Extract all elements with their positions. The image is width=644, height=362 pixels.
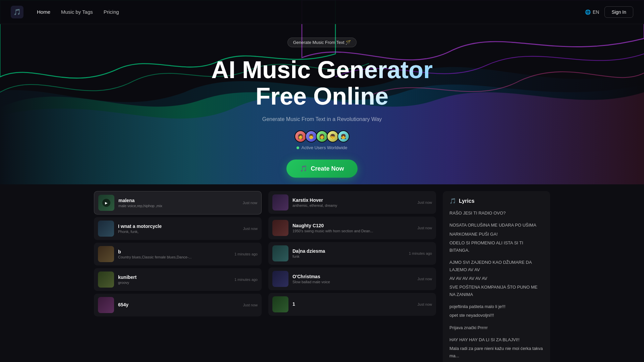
lyrics-stanza: NOSATA ORLUŠINA ME UDARA PO UŠIMANARKOMA… xyxy=(449,222,543,254)
lyrics-stanza: AJMO SVI ZAJEDNO KAO DŽUMARE DA LAJEMO A… xyxy=(449,259,543,298)
song-item[interactable]: kunibert groovy 1 minutes ago xyxy=(94,268,262,291)
song-tags: Slow ballad male voice xyxy=(292,280,414,284)
play-icon: ▶ xyxy=(102,199,110,207)
lyrics-stanza: HAY HAY HAY DA LI SI ZA BLAJVI!!Mala rad… xyxy=(449,336,543,360)
song-thumbnail xyxy=(98,221,114,237)
song-thumbnail xyxy=(272,271,288,287)
avatar: 👩 xyxy=(316,130,328,142)
avatar: 👦 xyxy=(327,130,339,142)
logo[interactable]: 🎵 xyxy=(11,6,23,18)
song-title: O'Christmas xyxy=(292,274,414,279)
globe-icon: 🌐 xyxy=(585,9,591,15)
song-time: 1 minutes ago xyxy=(409,251,432,255)
song-info: Naughty C120 1950's swing music with hor… xyxy=(292,223,414,233)
song-info: 654y xyxy=(118,302,239,308)
song-column-left: ▶ malena male voice,rep,hiphop ,mix Just… xyxy=(94,191,262,362)
lyrics-line: Prijava znački Prrrrr xyxy=(449,324,543,331)
song-tags: funk xyxy=(292,254,405,258)
lyrics-line: NARKOMANE PUŠI GA! xyxy=(449,231,543,238)
song-item[interactable]: Karstix Hover anthemic, ethereal, dreamy… xyxy=(268,191,436,214)
nav-links: Home Music by Tags Pricing xyxy=(37,9,585,15)
lyrics-line: opet ste neyadovoljni!!! xyxy=(449,312,543,319)
lyrics-text: RAŠO JESI TI RADIO OVO?NOSATA ORLUŠINA M… xyxy=(449,209,543,360)
lyrics-line: SVE POŠTENA KOMPANIJA ŠTO PUNO ME NA ZAN… xyxy=(449,284,543,298)
navbar: 🎵 Home Music by Tags Pricing 🌐 EN Sign I… xyxy=(0,0,644,24)
song-title: malena xyxy=(118,198,239,203)
lyrics-line: Mala radi za pare nieni kažu nie moi ćer… xyxy=(449,345,543,360)
song-item[interactable]: I wnat a motorcycle Phonk, funk, Just no… xyxy=(94,217,262,240)
song-title: I wnat a motorcycle xyxy=(118,224,239,229)
song-time: Just now xyxy=(418,277,432,281)
song-item[interactable]: ▶ malena male voice,rep,hiphop ,mix Just… xyxy=(94,191,262,215)
song-info: Daịna dziesma funk xyxy=(292,248,405,258)
nav-pricing[interactable]: Pricing xyxy=(104,9,119,15)
song-time: Just now xyxy=(418,302,432,306)
lyrics-icon: 🎵 xyxy=(449,198,456,204)
song-item[interactable]: b Country blues,Classic female blues,Dan… xyxy=(94,243,262,265)
hero-badge[interactable]: Generate Music From Text 🪄 xyxy=(287,38,357,47)
song-time: 1 minutes ago xyxy=(234,278,258,282)
song-info: I wnat a motorcycle Phonk, funk, xyxy=(118,224,239,234)
active-users-label: Active Users Worldwide xyxy=(301,145,347,150)
song-item[interactable]: 654y Just now xyxy=(94,294,262,316)
lyrics-line: pojeftinila pašteta malo li je!!! xyxy=(449,303,543,310)
lyrics-panel: 🎵 Lyrics RAŠO JESI TI RADIO OVO?NOSATA O… xyxy=(443,191,550,362)
song-time: Just now xyxy=(418,226,432,230)
hero-title: AI Music Generator Free Online xyxy=(211,57,433,110)
song-info: 1 xyxy=(292,301,414,307)
song-tags: 1950's swing music with horn section and… xyxy=(292,229,414,233)
song-thumbnail xyxy=(272,296,288,312)
song-info: kunibert groovy xyxy=(118,275,230,285)
avatar: 👩 xyxy=(294,130,307,142)
song-item[interactable]: Daịna dziesma funk 1 minutes ago xyxy=(268,242,436,265)
song-title: b xyxy=(118,249,230,254)
song-thumbnail xyxy=(272,194,288,210)
song-tags: male voice,rep,hiphop ,mix xyxy=(118,204,239,208)
song-tags: Phonk, funk, xyxy=(118,230,239,234)
hero-subtitle: Generate Music From Text in a Revolution… xyxy=(211,116,433,122)
music-note-icon: 🎵 xyxy=(300,165,307,172)
avatar: 👧 xyxy=(337,130,350,142)
hero-title-line2: Free Online xyxy=(211,83,433,110)
song-item[interactable]: Naughty C120 1950's swing music with hor… xyxy=(268,217,436,239)
create-btn-label: Create Now xyxy=(311,165,344,172)
language-selector[interactable]: 🌐 EN xyxy=(585,9,599,15)
hero-avatars: 👩 👨 👩 👦 👧 xyxy=(211,130,433,142)
hero-title-line1: AI Music Generator xyxy=(211,57,433,83)
logo-icon: 🎵 xyxy=(11,6,23,18)
song-info: O'Christmas Slow ballad male voice xyxy=(292,274,414,284)
lyrics-line: ODELO SI PROMENIO ALI ISTA SI TI BITANGA… xyxy=(449,239,543,254)
song-title: Daịna dziesma xyxy=(292,248,405,254)
song-tags: anthemic, ethereal, dreamy xyxy=(292,203,414,207)
song-tags: groovy xyxy=(118,281,230,285)
lyrics-header: 🎵 Lyrics xyxy=(449,198,543,204)
song-time: Just now xyxy=(243,227,258,231)
song-title: Karstix Hover xyxy=(292,197,414,203)
lyrics-line: AJMO SVI ZAJEDNO KAO DŽUMARE DA LAJEMO A… xyxy=(449,259,543,274)
song-time: Just now xyxy=(418,200,432,204)
sign-in-button[interactable]: Sign In xyxy=(604,6,633,18)
nav-music-by-tags[interactable]: Music by Tags xyxy=(61,9,93,15)
lyrics-line: RAŠO JESI TI RADIO OVO? xyxy=(449,209,543,217)
song-thumbnail xyxy=(98,272,114,288)
song-info: Karstix Hover anthemic, ethereal, dreamy xyxy=(292,197,414,207)
lyrics-stanza: RAŠO JESI TI RADIO OVO? xyxy=(449,209,543,217)
create-now-button[interactable]: 🎵 Create Now xyxy=(286,160,357,178)
song-item[interactable]: O'Christmas Slow ballad male voice Just … xyxy=(268,267,436,290)
song-info: malena male voice,rep,hiphop ,mix xyxy=(118,198,239,208)
active-users-row: Active Users Worldwide xyxy=(211,145,433,150)
lyrics-line: NOSATA ORLUŠINA ME UDARA PO UŠIMA xyxy=(449,222,543,229)
song-item[interactable]: 1 Just now xyxy=(268,293,436,316)
song-time: Just now xyxy=(243,303,258,307)
song-thumbnail xyxy=(98,246,114,262)
song-title: kunibert xyxy=(118,275,230,280)
song-title: 654y xyxy=(118,302,239,307)
main-content: ▶ malena male voice,rep,hiphop ,mix Just… xyxy=(0,184,644,362)
hero-section: Generate Music From Text 🪄 AI Music Gene… xyxy=(0,0,644,184)
song-column-right: Karstix Hover anthemic, ethereal, dreamy… xyxy=(268,191,436,362)
song-time: 1 minutes ago xyxy=(234,252,258,256)
avatar: 👨 xyxy=(305,130,317,142)
song-title: 1 xyxy=(292,301,414,307)
nav-home[interactable]: Home xyxy=(37,9,50,15)
hero-content: Generate Music From Text 🪄 AI Music Gene… xyxy=(205,24,439,184)
